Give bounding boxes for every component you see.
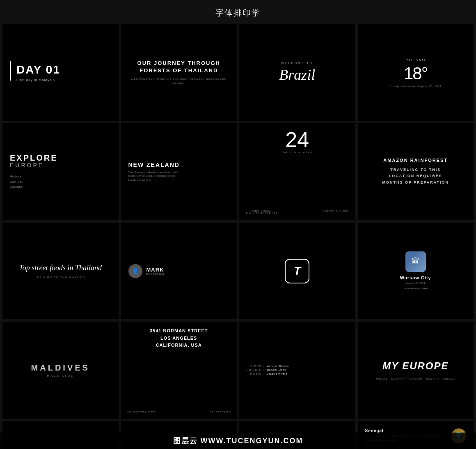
card-grid: DAY 01 First day in Malaysia OUR JOURNEY… bbox=[0, 24, 476, 449]
card-mark: 👤 MARK ROSENTHAL bbox=[121, 223, 237, 319]
days24-date: FEBRUARY 12, 2021 bbox=[323, 210, 348, 214]
amazon-desc: TRAVELING TO THISLOCATION REQUIRESMONTHS… bbox=[382, 167, 449, 186]
editing-name: Donald Green bbox=[267, 368, 290, 371]
senegal-title: Senegal bbox=[365, 428, 448, 433]
warsaw-street: Marszalkowska Street bbox=[403, 287, 428, 291]
maldives-subtitle: MALE ATOL bbox=[47, 374, 74, 377]
page-title: 字体排印学 bbox=[0, 0, 476, 24]
card-poland-temp: Poland 18° Cloudy and windy, August 27, … bbox=[358, 24, 474, 121]
address-text: 3541 NORMAN STREET LOS ANGELES CALIFORNI… bbox=[150, 327, 208, 349]
card-amazon: AMAZON RAINFOREST TRAVELING TO THISLOCAT… bbox=[358, 123, 474, 220]
card-days24: 24 DAYS IN ALASKA ANCHORAGE THE CITY BY … bbox=[239, 123, 355, 220]
nz-title: NEW ZEALAND bbox=[128, 161, 180, 168]
card-address: 3541 NORMAN STREET LOS ANGELES CALIFORNI… bbox=[121, 322, 237, 418]
video-label: VIDEO - bbox=[247, 365, 265, 368]
myeurope-countries: POLAND SLOVAKIA HUNGARY ROMANIA GREECE bbox=[376, 378, 455, 380]
t-logo-box: T bbox=[285, 259, 309, 283]
card-explore: EXPLORE EUROPE History.Culture.Cuisine. bbox=[2, 123, 119, 220]
warsaw-image: 🏛 bbox=[405, 251, 426, 272]
card-day01: DAY 01 First day in Malaysia bbox=[2, 24, 119, 121]
poland-country: Poland bbox=[405, 58, 426, 62]
warsaw-city: Warsaw City bbox=[400, 275, 431, 280]
day01-title: DAY 01 bbox=[16, 63, 60, 76]
explore-tags: History.Culture.Cuisine. bbox=[10, 174, 23, 190]
day01-bar bbox=[10, 61, 11, 81]
poland-temperature: 18° bbox=[404, 64, 428, 83]
credits-table: VIDEO - Andrew Shuman EDITING - Donald G… bbox=[247, 365, 289, 375]
explore-title: EXPLORE bbox=[10, 154, 58, 162]
card-t-logo: T bbox=[239, 223, 355, 319]
card-brazil: WELCOME TO Brazil bbox=[239, 24, 355, 121]
card-myeurope: MY EUROPE POLAND SLOVAKIA HUNGARY ROMANI… bbox=[358, 322, 474, 418]
amazon-title: AMAZON RAINFOREST bbox=[383, 158, 448, 163]
mark-avatar: 👤 bbox=[128, 264, 142, 278]
music-name: Jessica Rivera bbox=[267, 372, 290, 375]
card-newzealand: NEW ZEALAND Your dreams of adventure are… bbox=[121, 123, 237, 220]
address-left: Skateboarding venue bbox=[127, 410, 156, 413]
explore-subtitle: EUROPE bbox=[10, 162, 44, 168]
brazil-city: Brazil bbox=[279, 66, 315, 83]
days24-label: DAYS IN ALASKA bbox=[281, 151, 313, 154]
days24-number: 24 bbox=[281, 129, 313, 150]
music-label: MUSIC - bbox=[247, 372, 265, 375]
streetfood-title: Top street foods in Thailand bbox=[19, 263, 102, 273]
warsaw-date: January 28, 2021 bbox=[406, 281, 425, 286]
watermark: 图层云 WWW.TUCENGYUN.COM bbox=[0, 433, 476, 449]
card-credits: VIDEO - Andrew Shuman EDITING - Donald G… bbox=[239, 322, 355, 418]
maldives-title: MALDIVES bbox=[31, 363, 90, 373]
address-right: Extreme sports bbox=[210, 410, 231, 413]
mark-name: MARK bbox=[146, 267, 165, 273]
poland-desc: Cloudy and windy, August 27, 2021 bbox=[389, 85, 442, 87]
days24-leftsub: THE CITY BY THE SEA bbox=[246, 212, 278, 214]
nz-desc: Your dreams of adventure are finally wit… bbox=[128, 170, 182, 182]
myeurope-title: MY EUROPE bbox=[382, 360, 449, 372]
thailand-title: OUR JOURNEY THROUGH FORESTS OF THAILAND bbox=[128, 60, 230, 74]
card-warsaw: 🏛 Warsaw City January 28, 2021 Marszalko… bbox=[358, 223, 474, 319]
card-thailand-forest: OUR JOURNEY THROUGH FORESTS OF THAILAND … bbox=[121, 24, 237, 121]
thailand-subtitle: A FASCINATING STORY OF THE BOND BETWEEN … bbox=[128, 78, 230, 85]
card-streetfood: Top street foods in Thailand LET'S GO TO… bbox=[2, 223, 119, 319]
editing-label: EDITING - bbox=[247, 368, 265, 371]
mark-lastname: ROSENTHAL bbox=[146, 273, 165, 275]
day01-subtitle: First day in Malaysia bbox=[16, 78, 60, 82]
card-maldives: MALDIVES MALE ATOL bbox=[2, 322, 119, 418]
brazil-welcome: WELCOME TO bbox=[281, 62, 313, 64]
video-name: Andrew Shuman bbox=[267, 365, 290, 368]
streetfood-subtitle: LET'S GO TO THE MARKET! bbox=[35, 276, 86, 279]
